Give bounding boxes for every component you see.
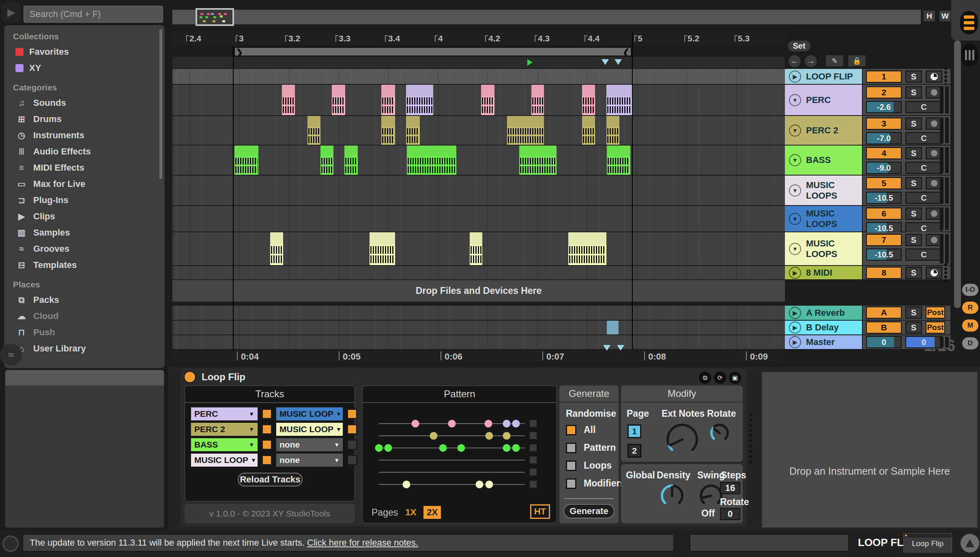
marker-strip[interactable]	[172, 57, 785, 68]
track-lane[interactable]	[172, 335, 785, 349]
pattern-row-mute[interactable]	[530, 432, 537, 439]
solo-button[interactable]: S	[905, 208, 922, 220]
pattern-row-mute[interactable]	[530, 469, 537, 476]
live-logo-button[interactable]: ▶	[2, 2, 21, 22]
clip[interactable]	[406, 116, 420, 145]
source-track-dropdown[interactable]: MUSIC LOOP▼	[191, 453, 258, 467]
browser-item-xy[interactable]: XY	[4, 60, 165, 76]
pattern-row-mute[interactable]	[530, 420, 537, 427]
arm-button[interactable]	[926, 267, 942, 279]
ht-button[interactable]: HT	[530, 504, 550, 519]
track-number-box[interactable]: 2	[866, 86, 902, 99]
mixer-scrollbar[interactable]	[954, 41, 961, 308]
link-icon[interactable]: ✎	[825, 55, 844, 67]
drop-instrument-area[interactable]: Drop an Instrument or Sample Here	[762, 372, 978, 528]
track-name[interactable]: 8 MIDI	[806, 268, 832, 278]
side-toggle-i-o[interactable]: I-O	[962, 284, 978, 296]
source-track-dropdown[interactable]: PERC▼	[191, 407, 258, 421]
track-name[interactable]: MUSIC LOOPS	[806, 238, 862, 259]
unfold-icon[interactable]: ▶	[789, 307, 801, 319]
volume-box[interactable]: -2.6	[866, 101, 902, 113]
time-ruler[interactable]: 0:040:050:060:070:080:09	[172, 350, 785, 362]
post-button[interactable]: Post	[926, 321, 945, 334]
fold-icon[interactable]: ▼	[789, 94, 801, 106]
pattern-lane-line[interactable]	[379, 423, 525, 424]
clip[interactable]	[320, 146, 333, 175]
save-icon[interactable]: ▣	[729, 372, 741, 384]
clip[interactable]	[381, 116, 395, 145]
dest-track-dropdown[interactable]: none▼	[276, 438, 343, 452]
track-number-box[interactable]: 3	[866, 118, 902, 130]
dest-enable-checkbox[interactable]	[347, 424, 357, 435]
unfold-icon[interactable]: ▶	[789, 267, 801, 279]
solo-button[interactable]: S	[905, 234, 922, 246]
swing-knob[interactable]	[699, 484, 723, 510]
clip[interactable]	[332, 85, 345, 115]
track-name[interactable]: LOOP FLIP	[806, 71, 853, 82]
arm-button[interactable]	[926, 71, 942, 83]
rotate-steps-value[interactable]: 0	[720, 508, 740, 520]
clip[interactable]	[519, 146, 557, 175]
track-name[interactable]: MUSIC LOOPS	[806, 208, 862, 229]
track-name[interactable]: BASS	[806, 155, 831, 165]
browser-item-push[interactable]: ⊓Push	[4, 324, 165, 341]
checkbox[interactable]	[566, 461, 576, 471]
clip[interactable]	[407, 146, 456, 175]
rotate-knob[interactable]	[709, 423, 730, 445]
dest-enable-checkbox[interactable]	[347, 409, 357, 419]
track-number-box[interactable]: 8	[866, 267, 902, 279]
search-input[interactable]: Search (Cmd + F)	[24, 6, 163, 23]
clip[interactable]	[481, 85, 494, 115]
track-lane[interactable]	[172, 116, 785, 145]
browser-item-instruments[interactable]: ◷Instruments	[4, 127, 165, 144]
randomise-option-modifiers[interactable]: Modifiers	[566, 478, 625, 489]
browser-item-clips[interactable]: ▶Clips	[4, 208, 165, 225]
pan-button[interactable]: C	[905, 101, 942, 113]
clip[interactable]	[568, 232, 606, 265]
browser-item-user-library[interactable]: ⌂User Library	[4, 341, 165, 357]
solo-button[interactable]: S	[905, 71, 922, 83]
clip[interactable]	[582, 116, 595, 145]
pattern-dot[interactable]	[503, 420, 511, 428]
steps-value[interactable]: 16	[720, 482, 740, 494]
pattern-dot[interactable]	[512, 420, 520, 428]
browser-item-samples[interactable]: ▥Samples	[4, 225, 165, 241]
clip[interactable]	[270, 232, 283, 265]
browser-item-max-for-live[interactable]: ▭Max for Live	[4, 176, 165, 192]
track-name[interactable]: A Reverb	[806, 308, 845, 318]
sync-icon[interactable]: ⟳	[714, 372, 726, 384]
next-locator-button[interactable]: →	[804, 55, 817, 68]
fold-icon[interactable]: ▼	[789, 243, 801, 255]
mixer-menu-icon[interactable]	[960, 11, 978, 34]
page-2-button[interactable]: 2	[628, 444, 641, 458]
track-number-box[interactable]: 4	[866, 147, 902, 159]
pattern-dot[interactable]	[503, 432, 511, 440]
prev-locator-button[interactable]: ←	[788, 55, 801, 68]
locator-marker[interactable]	[617, 345, 624, 351]
clip[interactable]	[406, 85, 433, 115]
pattern-row-mute[interactable]	[530, 444, 537, 451]
side-toggle-d[interactable]: D	[962, 337, 978, 349]
solo-button[interactable]: S	[905, 118, 922, 130]
track-lane[interactable]	[172, 306, 785, 320]
pattern-dot[interactable]	[458, 444, 465, 452]
source-enable-checkbox[interactable]	[262, 455, 272, 465]
track-name[interactable]: B Delay	[806, 322, 839, 333]
track-name[interactable]: Master	[806, 337, 835, 347]
clip[interactable]	[606, 116, 619, 145]
device-resize-handle[interactable]	[749, 413, 752, 494]
browser-item-plug-ins[interactable]: ⊐Plug-Ins	[4, 192, 165, 208]
pattern-dot[interactable]	[448, 420, 456, 428]
track-number-box[interactable]: 6	[866, 208, 902, 220]
pan-button[interactable]: C	[905, 192, 942, 204]
ext-notes-knob[interactable]	[666, 423, 699, 458]
randomise-option-pattern[interactable]: Pattern	[566, 442, 616, 453]
track-name[interactable]: PERC 2	[806, 125, 838, 136]
track-number-box[interactable]: 1	[866, 71, 902, 83]
track-lane[interactable]	[172, 146, 785, 175]
dest-track-dropdown[interactable]: MUSIC LOOP▼	[276, 407, 343, 421]
checkbox[interactable]	[566, 443, 576, 453]
pattern-dot[interactable]	[503, 444, 511, 452]
generate-button[interactable]: Generate	[563, 504, 615, 518]
pattern-dot[interactable]	[375, 444, 383, 452]
